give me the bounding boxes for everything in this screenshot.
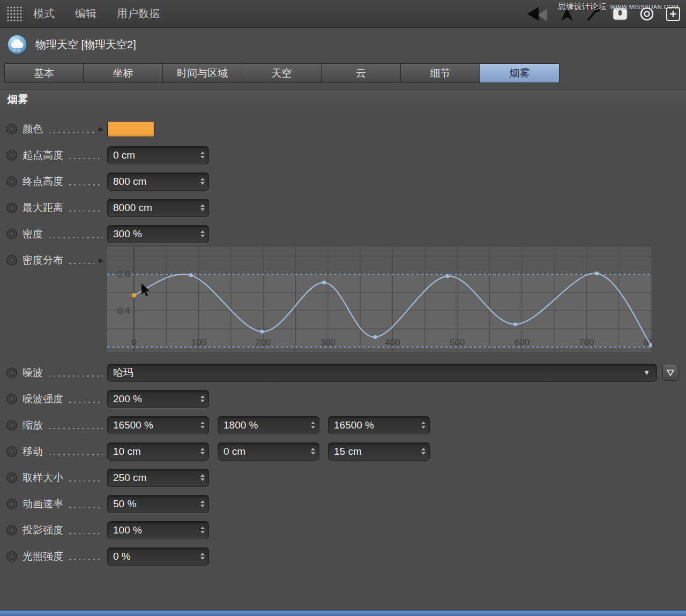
keyframe-circle-icon[interactable]	[6, 394, 17, 404]
keyframe-circle-icon[interactable]	[6, 499, 17, 509]
noise-dropdown[interactable]: 哈玛 ▼	[107, 364, 657, 382]
end-height-input[interactable]: 800 cm	[107, 172, 209, 191]
spinner-arrows[interactable]	[200, 500, 208, 507]
svg-text:600: 600	[514, 337, 530, 348]
dotted-leader	[47, 131, 94, 133]
scale-z-input[interactable]: 16500 %	[328, 416, 430, 434]
curve-point[interactable]	[260, 330, 264, 334]
keyframe-circle-icon[interactable]	[6, 176, 17, 187]
pin-icon[interactable]	[585, 6, 601, 22]
keyframe-circle-icon[interactable]	[6, 255, 17, 266]
svg-text:0: 0	[131, 337, 136, 348]
param-label-scale: 缩放	[23, 418, 43, 432]
svg-text:0.8: 0.8	[117, 269, 130, 280]
svg-text:500: 500	[450, 337, 465, 348]
param-row-noise-strength: 噪波强度 200 %	[0, 386, 686, 412]
field-value: 16500 %	[329, 419, 374, 431]
param-label-animation-speed: 动画速率	[23, 497, 63, 511]
keyframe-circle-icon[interactable]	[6, 472, 17, 483]
section-header-fog[interactable]: 烟雾	[0, 89, 686, 110]
keyframe-circle-icon[interactable]	[6, 551, 17, 562]
spinner-arrows[interactable]	[200, 178, 208, 185]
shader-options-button[interactable]	[662, 365, 678, 381]
menu-item-edit[interactable]: 编辑	[75, 6, 96, 21]
keyframe-circle-icon[interactable]	[6, 420, 17, 431]
param-row-end-height: 终点高度 800 cm	[0, 168, 686, 194]
curve-point[interactable]	[595, 272, 599, 275]
curve-point[interactable]	[189, 273, 193, 277]
arrow-up-icon[interactable]	[560, 6, 575, 22]
param-label-density-distribution: 密度分布	[23, 253, 63, 267]
param-row-scale: 缩放 16500 % 1800 % 16500 %	[0, 412, 686, 438]
expander-icon[interactable]: ▶	[99, 257, 106, 264]
menu-item-user-data[interactable]: 用户数据	[117, 6, 160, 21]
spinner-arrows[interactable]	[200, 204, 208, 211]
add-icon[interactable]	[666, 6, 681, 21]
curve-point[interactable]	[373, 335, 377, 339]
dotted-leader	[68, 401, 103, 403]
history-back-icon[interactable]	[524, 6, 549, 22]
svg-text:400: 400	[385, 337, 400, 348]
keyframe-circle-icon[interactable]	[6, 150, 17, 161]
movement-x-input[interactable]: 10 cm	[107, 442, 209, 461]
spinner-arrows[interactable]	[200, 422, 208, 429]
expander-icon[interactable]: ▶	[99, 125, 106, 133]
start-height-input[interactable]: 0 cm	[107, 146, 209, 164]
max-distance-input[interactable]: 8000 cm	[107, 199, 209, 217]
dotted-leader	[68, 184, 103, 186]
spinner-arrows[interactable]	[200, 553, 208, 560]
density-curve-editor[interactable]: 01002003004005006007008000.40.8	[107, 247, 652, 352]
spinner-arrows[interactable]	[421, 448, 429, 455]
curve-point[interactable]	[445, 274, 449, 278]
field-value: 100 %	[108, 524, 142, 536]
spinner-arrows[interactable]	[200, 527, 208, 534]
keyframe-circle-icon[interactable]	[6, 446, 17, 457]
spinner-arrows[interactable]	[200, 474, 208, 481]
tab-coordinates[interactable]: 坐标	[84, 63, 163, 83]
noise-strength-input[interactable]: 200 %	[107, 390, 209, 408]
tab-sky[interactable]: 天空	[242, 63, 322, 83]
keyframe-circle-icon[interactable]	[6, 202, 17, 213]
keyframe-circle-icon[interactable]	[6, 124, 17, 134]
target-icon[interactable]	[639, 6, 655, 22]
lock-icon[interactable]	[612, 7, 628, 21]
curve-point[interactable]	[322, 281, 326, 284]
menu-item-mode[interactable]: 模式	[33, 6, 55, 21]
svg-text:200: 200	[256, 337, 271, 348]
scale-x-input[interactable]: 16500 %	[107, 416, 209, 434]
scale-y-input[interactable]: 1800 %	[218, 416, 319, 434]
param-label-density: 密度	[23, 227, 43, 241]
density-curve-chart[interactable]: 01002003004005006007008000.40.8	[107, 247, 652, 352]
curve-point-selected[interactable]	[132, 293, 136, 297]
sample-size-input[interactable]: 250 cm	[107, 469, 209, 487]
spinner-arrows[interactable]	[200, 395, 208, 402]
keyframe-circle-icon[interactable]	[6, 367, 17, 378]
dotted-leader	[68, 559, 103, 561]
movement-y-input[interactable]: 0 cm	[218, 442, 319, 461]
field-value: 0 %	[108, 551, 131, 562]
color-swatch[interactable]	[107, 121, 154, 137]
keyframe-circle-icon[interactable]	[6, 525, 17, 536]
density-input[interactable]: 300 %	[107, 225, 209, 243]
tab-basic[interactable]: 基本	[4, 63, 84, 83]
spinner-arrows[interactable]	[200, 448, 208, 455]
shadow-strength-input[interactable]: 100 %	[107, 521, 209, 539]
tab-details[interactable]: 细节	[401, 63, 480, 83]
illumination-strength-input[interactable]: 0 %	[107, 547, 209, 566]
spinner-arrows[interactable]	[200, 230, 208, 237]
param-label-color: 颜色	[23, 122, 43, 136]
parameter-list: 颜色 ▶ 起点高度 0 cm 终点高度 800 cm	[0, 110, 686, 569]
tab-time-region[interactable]: 时间与区域	[163, 63, 242, 83]
tab-clouds[interactable]: 云	[322, 63, 401, 83]
movement-z-input[interactable]: 15 cm	[328, 442, 430, 461]
animation-speed-input[interactable]: 50 %	[107, 495, 209, 513]
field-value: 1800 %	[218, 419, 258, 431]
curve-point[interactable]	[513, 322, 517, 326]
field-value: 50 %	[108, 498, 136, 510]
tab-fog[interactable]: 烟雾	[480, 63, 560, 83]
spinner-arrows[interactable]	[311, 422, 319, 429]
spinner-arrows[interactable]	[421, 422, 429, 429]
keyframe-circle-icon[interactable]	[6, 229, 17, 239]
spinner-arrows[interactable]	[311, 448, 319, 455]
spinner-arrows[interactable]	[200, 152, 208, 159]
